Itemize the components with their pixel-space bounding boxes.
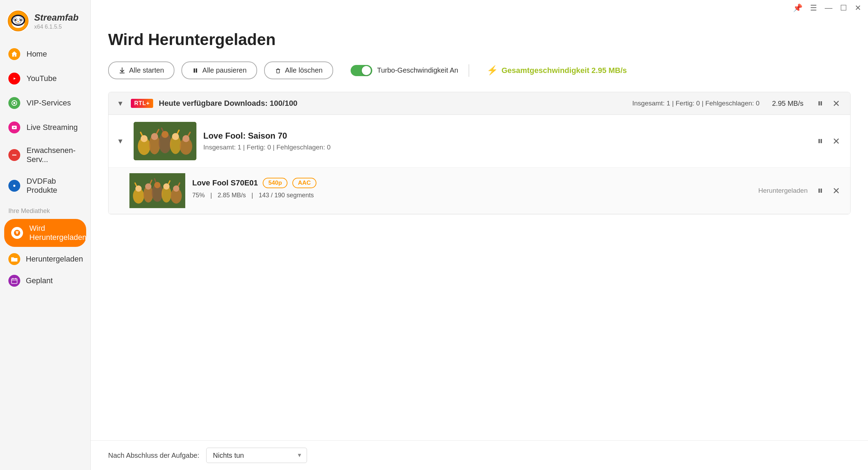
toggle-knob bbox=[362, 66, 371, 75]
pause-icon bbox=[817, 138, 824, 145]
sidebar-item-vip[interactable]: VIP-Services bbox=[0, 91, 90, 115]
pause-icon bbox=[817, 100, 824, 107]
group-chevron-icon[interactable]: ▼ bbox=[117, 100, 124, 108]
sidebar-item-youtube-label: YouTube bbox=[27, 74, 57, 83]
sidebar-item-home-label: Home bbox=[27, 50, 47, 59]
svg-point-7 bbox=[20, 19, 22, 21]
close-icon[interactable]: ✕ bbox=[855, 3, 861, 13]
svg-rect-28 bbox=[196, 68, 197, 73]
main-content: 📌 ☰ — ☐ ✕ Wird Heruntergeladen Alle star… bbox=[91, 0, 868, 470]
svg-point-47 bbox=[151, 133, 158, 140]
group-close-button[interactable] bbox=[831, 98, 842, 109]
app-version-arch: x64 6.1.5.5 bbox=[34, 24, 78, 30]
svg-rect-27 bbox=[194, 68, 195, 73]
task-completion-select[interactable]: Nichts tun Computer herunterfahren Schla… bbox=[206, 448, 307, 463]
group-stats: Insgesamt: 1 | Fertig: 0 | Fehlgeschlage… bbox=[632, 100, 760, 107]
window-controls: 📌 ☰ — ☐ ✕ bbox=[793, 3, 861, 13]
svg-point-8 bbox=[17, 21, 19, 22]
sidebar-item-downloaded-label: Heruntergeladen bbox=[26, 255, 83, 264]
show-close-button[interactable] bbox=[831, 135, 842, 147]
vip-icon bbox=[8, 97, 20, 109]
show-info: Love Fool: Saison 70 Insgesamt: 1 | Fert… bbox=[203, 131, 802, 151]
show-chevron-icon[interactable]: ▼ bbox=[117, 137, 124, 145]
sidebar: Streamfab x64 6.1.5.5 Home YouTube VIP- bbox=[0, 0, 91, 470]
download-speed: 2.85 MB/s bbox=[218, 192, 246, 199]
task-completion-select-wrap: Nichts tun Computer herunterfahren Schla… bbox=[206, 448, 307, 463]
episode-title-row: Love Fool S70E01 540p AAC bbox=[192, 178, 748, 188]
episode-thumbnail bbox=[129, 173, 185, 208]
sidebar-item-vip-label: VIP-Services bbox=[27, 98, 71, 108]
svg-point-70 bbox=[173, 185, 179, 192]
sidebar-item-planned-label: Geplant bbox=[26, 276, 53, 285]
sidebar-item-adult[interactable]: Erwachsenen-Serv... bbox=[0, 140, 90, 170]
sidebar-item-dvdfab-label: DVDFab Produkte bbox=[27, 177, 82, 195]
minimize-icon[interactable]: — bbox=[825, 3, 832, 13]
delete-all-label: Alle löschen bbox=[285, 66, 323, 74]
total-speed: Gesamtgeschwindigkeit 2.95 MB/s bbox=[501, 66, 627, 75]
sidebar-item-downloading-label: Wird Heruntergeladen bbox=[29, 224, 87, 242]
episode-progress-row: 75% | 2.85 MB/s | 143 / 190 segments bbox=[192, 192, 748, 199]
pause-all-label: Alle pausieren bbox=[202, 66, 247, 74]
episode-item-s70e01: Love Fool S70E01 540p AAC 75% | 2.85 MB/… bbox=[108, 168, 850, 214]
episode-close-button[interactable] bbox=[831, 185, 842, 196]
svg-point-50 bbox=[182, 135, 189, 142]
turbo-toggle[interactable] bbox=[351, 65, 372, 76]
svg-point-48 bbox=[162, 131, 169, 138]
sidebar-item-downloading[interactable]: Wird Heruntergeladen 🎬 bbox=[4, 219, 86, 247]
dvd-icon bbox=[8, 180, 20, 192]
sidebar-item-youtube[interactable]: YouTube bbox=[0, 66, 90, 91]
delete-all-button[interactable]: Alle löschen bbox=[264, 61, 333, 79]
menu-icon[interactable]: ☰ bbox=[810, 3, 817, 13]
svg-rect-71 bbox=[818, 189, 820, 193]
calendar-icon bbox=[8, 275, 20, 287]
sidebar-item-downloaded[interactable]: Heruntergeladen bbox=[0, 248, 90, 270]
turbo-label: Turbo-Geschwindigkeit An bbox=[377, 66, 458, 74]
show-pause-button[interactable] bbox=[815, 135, 826, 147]
nav-menu: Home YouTube VIP-Services Live Streaming bbox=[0, 42, 90, 201]
pause-all-button[interactable]: Alle pausieren bbox=[181, 61, 257, 79]
show-meta: Insgesamt: 1 | Fertig: 0 | Fehlgeschlage… bbox=[203, 144, 802, 151]
app-name: Streamfab bbox=[34, 12, 78, 23]
close-icon bbox=[833, 138, 840, 145]
trash-icon bbox=[275, 67, 282, 74]
start-all-button[interactable]: Alle starten bbox=[108, 61, 174, 79]
app-logo: Streamfab x64 6.1.5.5 bbox=[0, 0, 90, 42]
group-title: Heute verfügbare Downloads: 100/100 bbox=[159, 99, 627, 108]
show-title: Love Fool: Saison 70 bbox=[203, 131, 802, 141]
maximize-icon[interactable]: ☐ bbox=[840, 3, 847, 13]
speed-lightning-icon: ⚡ bbox=[487, 65, 498, 76]
home-icon bbox=[8, 48, 20, 60]
pin-icon[interactable]: 📌 bbox=[793, 3, 802, 13]
pause-icon bbox=[192, 67, 199, 74]
live-icon bbox=[8, 122, 20, 133]
svg-rect-22 bbox=[12, 279, 17, 284]
svg-rect-31 bbox=[818, 101, 820, 105]
episode-actions bbox=[815, 185, 842, 196]
content-area: Wird Heruntergeladen Alle starten Alle p… bbox=[91, 16, 868, 440]
sidebar-item-planned[interactable]: Geplant bbox=[0, 270, 90, 292]
sidebar-item-home[interactable]: Home bbox=[0, 42, 90, 66]
pause-icon bbox=[817, 187, 824, 194]
episode-title: Love Fool S70E01 bbox=[192, 178, 258, 188]
group-pause-button[interactable] bbox=[815, 98, 826, 109]
svg-rect-52 bbox=[821, 139, 822, 143]
sidebar-item-live[interactable]: Live Streaming bbox=[0, 115, 90, 140]
progress-pct: 75% bbox=[192, 192, 205, 199]
titlebar: 📌 ☰ — ☐ ✕ bbox=[91, 0, 868, 16]
svg-rect-21 bbox=[16, 231, 18, 232]
svg-point-12 bbox=[13, 102, 15, 104]
folder-icon bbox=[8, 253, 20, 265]
show-actions bbox=[815, 135, 842, 147]
download-icon bbox=[119, 67, 126, 74]
svg-point-67 bbox=[145, 183, 151, 190]
audio-badge: AAC bbox=[292, 178, 316, 188]
toolbar: Alle starten Alle pausieren Alle löschen… bbox=[108, 61, 851, 79]
svg-point-69 bbox=[163, 183, 170, 190]
bottom-bar: Nach Abschluss der Aufgabe: Nichts tun C… bbox=[91, 440, 868, 470]
logo-image bbox=[7, 10, 29, 32]
episode-pause-button[interactable] bbox=[815, 185, 826, 196]
sidebar-item-dvdfab[interactable]: DVDFab Produkte bbox=[0, 170, 90, 201]
app-title: Streamfab x64 6.1.5.5 bbox=[34, 12, 78, 30]
group-header: ▼ RTL+ Heute verfügbare Downloads: 100/1… bbox=[108, 92, 850, 115]
adult-icon bbox=[8, 149, 20, 161]
